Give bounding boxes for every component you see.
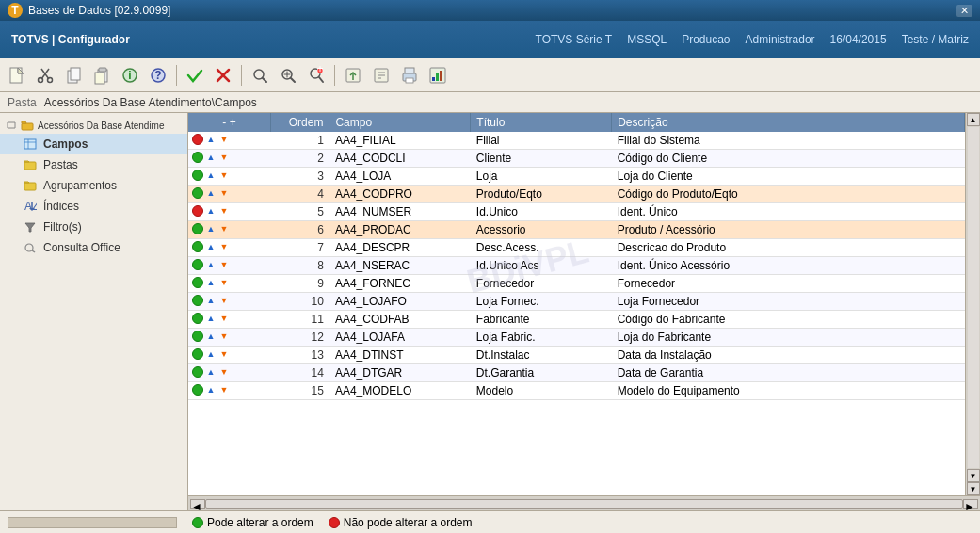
arrow-up-11[interactable]: ▲ bbox=[205, 313, 217, 324]
arrow-up-1[interactable]: ▲ bbox=[205, 134, 217, 145]
arrow-up-14[interactable]: ▲ bbox=[205, 366, 217, 378]
scroll-down-button1[interactable]: ▼ bbox=[967, 469, 980, 482]
can-change-dot bbox=[192, 517, 203, 528]
svg-rect-45 bbox=[24, 162, 36, 170]
scroll-right-button[interactable]: ► bbox=[963, 499, 978, 509]
table-row[interactable]: ▲▼7AA4_DESCPRDesc.Acess.Descricao do Pro… bbox=[188, 239, 965, 257]
status-dot-7 bbox=[192, 241, 203, 252]
filter-button[interactable]: + bbox=[303, 62, 329, 89]
table-row[interactable]: ▲▼14AA4_DTGARDt.GarantiaData de Garantia bbox=[188, 364, 965, 382]
chart-button[interactable] bbox=[425, 62, 451, 89]
table-scroll[interactable]: - + Ordem Campo Título bbox=[188, 113, 965, 495]
table-row[interactable]: ▲▼6AA4_PRODACAcessorioProduto / Acessóri… bbox=[188, 221, 965, 239]
row-icons: ▲▼ bbox=[188, 347, 270, 362]
arrow-down-13[interactable]: ▼ bbox=[218, 348, 230, 360]
arrow-down-2[interactable]: ▼ bbox=[218, 152, 230, 163]
arrow-down-7[interactable]: ▼ bbox=[218, 241, 230, 252]
status-dot-11 bbox=[192, 313, 203, 324]
search2-button[interactable] bbox=[275, 62, 301, 89]
sidebar-item-pastas[interactable]: Pastas bbox=[0, 154, 187, 175]
paste-button[interactable] bbox=[88, 62, 115, 89]
copy-button[interactable] bbox=[60, 62, 87, 89]
arrow-down-15[interactable]: ▼ bbox=[218, 384, 230, 396]
table-row[interactable]: ▲▼1AA4_FILIALFilialFilial do Sistema bbox=[188, 132, 965, 150]
cancel-button[interactable] bbox=[210, 62, 236, 89]
arrow-up-13[interactable]: ▲ bbox=[205, 348, 217, 360]
workspace-info: Teste / Matriz bbox=[902, 33, 969, 46]
help-button[interactable]: ? bbox=[145, 62, 171, 89]
svg-text:AZ: AZ bbox=[24, 201, 37, 212]
arrow-down-4[interactable]: ▼ bbox=[218, 187, 230, 199]
print-button[interactable] bbox=[396, 62, 423, 89]
arrow-up-8[interactable]: ▲ bbox=[205, 259, 217, 270]
arrow-down-3[interactable]: ▼ bbox=[218, 170, 230, 181]
scroll-down-button2[interactable]: ▼ bbox=[967, 482, 980, 495]
table-row[interactable]: ▲▼3AA4_LOJALojaLoja do Cliente bbox=[188, 168, 965, 186]
table-row[interactable]: ▲▼2AA4_CODCLIClienteCódigo do Cliente bbox=[188, 150, 965, 168]
arrow-down-6[interactable]: ▼ bbox=[218, 223, 230, 234]
export-button[interactable] bbox=[340, 62, 366, 89]
status-dot-3 bbox=[192, 170, 203, 181]
horizontal-scrollbar[interactable]: ◄ ► bbox=[188, 495, 980, 510]
row-field: AA4_NSERAC bbox=[329, 257, 471, 275]
title-bar: T Bases de Dados [02.9.0099] ✕ bbox=[0, 0, 980, 21]
table-row[interactable]: ▲▼9AA4_FORNECFornecedorFornecedor bbox=[188, 275, 965, 293]
sidebar-item-agrupamentos[interactable]: Agrupamentos bbox=[0, 175, 187, 196]
arrow-down-11[interactable]: ▼ bbox=[218, 313, 230, 324]
user-info: Administrador bbox=[746, 33, 815, 46]
table-row[interactable]: ▲▼11AA4_CODFABFabricanteCódigo do Fabric… bbox=[188, 311, 965, 329]
arrow-up-15[interactable]: ▲ bbox=[205, 384, 217, 396]
row-icons: ▲▼ bbox=[188, 239, 270, 254]
sidebar-scrollbar[interactable] bbox=[8, 517, 177, 528]
sidebar-item-filtros[interactable]: Filtro(s) bbox=[0, 217, 187, 237]
row-title: Desc.Acess. bbox=[471, 239, 612, 257]
table-row[interactable]: ▲▼12AA4_LOJAFALoja Fabric.Loja do Fabric… bbox=[188, 329, 965, 347]
arrow-up-7[interactable]: ▲ bbox=[205, 241, 217, 252]
arrow-down-8[interactable]: ▼ bbox=[218, 259, 230, 270]
row-field: AA4_LOJA bbox=[329, 168, 471, 186]
arrow-down-14[interactable]: ▼ bbox=[218, 366, 230, 378]
scroll-up-button[interactable]: ▲ bbox=[967, 113, 980, 126]
arrow-up-9[interactable]: ▲ bbox=[205, 277, 217, 288]
breadcrumb: Pasta Acessórios Da Base Atendimento\Cam… bbox=[0, 92, 980, 113]
table-row[interactable]: ▲▼10AA4_LOJAFOLoja Fornec.Loja Fornecedo… bbox=[188, 293, 965, 311]
arrow-down-10[interactable]: ▼ bbox=[218, 295, 230, 306]
filter-icon bbox=[23, 219, 38, 234]
sidebar-item-indices[interactable]: AZ Índices bbox=[0, 196, 187, 217]
new-button[interactable] bbox=[4, 62, 30, 89]
svg-rect-7 bbox=[71, 68, 80, 80]
arrow-up-2[interactable]: ▲ bbox=[205, 152, 217, 163]
arrow-up-12[interactable]: ▲ bbox=[205, 331, 217, 342]
arrow-down-1[interactable]: ▼ bbox=[218, 134, 230, 145]
table-row[interactable]: ▲▼5AA4_NUMSERId.UnicoIdent. Único bbox=[188, 203, 965, 221]
arrow-down-5[interactable]: ▼ bbox=[218, 205, 230, 217]
cut-button[interactable] bbox=[32, 62, 58, 89]
arrow-up-4[interactable]: ▲ bbox=[205, 187, 217, 199]
confirm-button[interactable] bbox=[182, 62, 208, 89]
db-info: MSSQL bbox=[627, 33, 667, 46]
vertical-scrollbar[interactable]: ▲ ▼ ▼ bbox=[965, 113, 980, 495]
table-row[interactable]: ▲▼15AA4_MODELOModeloModelo do Equipament… bbox=[188, 382, 965, 400]
arrow-up-3[interactable]: ▲ bbox=[205, 170, 217, 181]
sidebar-item-campos[interactable]: Campos bbox=[0, 134, 187, 154]
arrow-down-12[interactable]: ▼ bbox=[218, 331, 230, 342]
edit-button[interactable] bbox=[368, 62, 394, 89]
table-row[interactable]: ▲▼8AA4_NSERACId.Unico AcsIdent. Único Ac… bbox=[188, 257, 965, 275]
arrow-up-6[interactable]: ▲ bbox=[205, 223, 217, 234]
title-bar-text: Bases de Dados [02.9.0099] bbox=[28, 4, 951, 17]
sidebar-item-consulta[interactable]: Consulta Office bbox=[0, 237, 187, 258]
row-title: Loja bbox=[471, 168, 612, 186]
row-icons: ▲▼ bbox=[188, 203, 270, 218]
arrow-up-5[interactable]: ▲ bbox=[205, 205, 217, 217]
table-row[interactable]: ▲▼13AA4_DTINSTDt.InstalacData da Instala… bbox=[188, 347, 965, 364]
scroll-left-button[interactable]: ◄ bbox=[190, 499, 205, 509]
row-field: AA4_CODPRO bbox=[329, 186, 471, 203]
search-button[interactable] bbox=[247, 62, 273, 89]
arrow-up-10[interactable]: ▲ bbox=[205, 295, 217, 306]
arrow-down-9[interactable]: ▼ bbox=[218, 277, 230, 288]
table-row[interactable]: ▲▼4AA4_CODPROProduto/EqtoCódigo do Produ… bbox=[188, 186, 965, 203]
row-description: Ident. Único Acessório bbox=[612, 257, 965, 275]
row-description: Loja do Fabricante bbox=[612, 329, 965, 347]
properties-button[interactable]: i bbox=[117, 62, 143, 89]
close-button[interactable]: ✕ bbox=[956, 5, 972, 17]
